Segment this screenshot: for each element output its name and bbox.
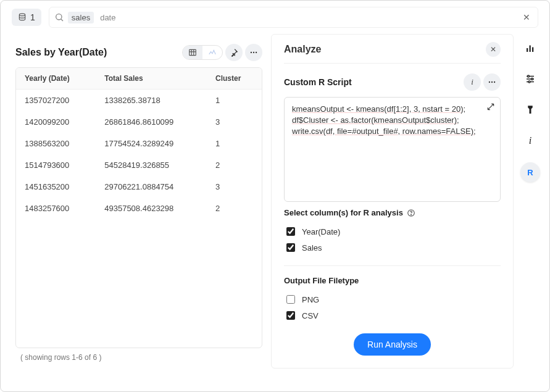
line-chart-icon (207, 48, 217, 57)
svg-rect-13 (532, 48, 533, 52)
table-footer-note: ( showing rows 1-6 of 6 ) (15, 348, 262, 367)
more-actions-button[interactable] (245, 44, 262, 61)
r-icon: R (527, 168, 533, 177)
select-columns-label: Select column(s) for R analysis (284, 208, 501, 217)
table-cell: 1451635200 (16, 176, 96, 198)
column-checkbox-label: Year(Date) (302, 227, 340, 236)
script-line: kmeansOutput <- kmeans(df[1:2], 3, nstar… (292, 104, 493, 115)
table-row[interactable]: 138856320017754524.32892491 (16, 133, 262, 154)
col-header[interactable]: Yearly (Date) (16, 68, 96, 90)
table-row[interactable]: 13570272001338265.387181 (16, 90, 262, 112)
help-icon[interactable] (407, 209, 415, 217)
table-cell: 2 (207, 198, 262, 219)
table-cell: 29706221.0884754 (96, 176, 207, 198)
table-cell: 1357027200 (16, 90, 96, 112)
table-icon (188, 48, 198, 57)
script-info-button[interactable]: i (464, 73, 481, 91)
table-cell: 54528419.326855 (96, 154, 207, 176)
table-cell: 1420099200 (16, 111, 96, 133)
close-analyze-button[interactable]: ✕ (486, 42, 501, 57)
table-cell: 26861846.8610099 (96, 111, 207, 133)
svg-point-3 (251, 52, 252, 53)
table-view-toggle[interactable] (183, 46, 202, 59)
main-area: Sales by Year(Date) (1, 34, 549, 376)
output-type-checkbox[interactable] (286, 295, 295, 304)
svg-point-5 (256, 52, 257, 53)
table-header-row: Yearly (Date) Total Sales Cluster (16, 68, 262, 90)
side-rail: i R (519, 34, 542, 369)
svg-point-6 (489, 81, 490, 83)
svg-rect-12 (530, 46, 531, 52)
script-more-button[interactable] (483, 73, 501, 91)
bar-chart-icon (525, 43, 536, 54)
table-row[interactable]: 151479360054528419.3268552 (16, 154, 262, 176)
rail-flashlight-button[interactable] (521, 101, 540, 119)
search-chip-date[interactable]: date (98, 12, 118, 23)
svg-point-4 (253, 52, 254, 53)
chart-view-toggle[interactable] (202, 46, 222, 59)
column-checkbox-row[interactable]: Year(Date) (284, 223, 501, 240)
svg-point-14 (528, 75, 530, 77)
table-cell: 1 (207, 90, 262, 112)
table-cell: 1388563200 (16, 133, 96, 154)
column-checkbox-row[interactable]: Sales (284, 240, 501, 256)
svg-point-8 (494, 81, 495, 83)
table-row[interactable]: 148325760049357508.46232982 (16, 198, 262, 219)
script-line: df$Cluster <- as.factor(kmeansOutput$clu… (292, 115, 493, 126)
rail-chart-button[interactable] (521, 39, 540, 57)
search-box[interactable]: sales date ✕ (49, 7, 538, 28)
left-panel-header: Sales by Year(Date) (15, 34, 262, 67)
pin-button[interactable] (225, 44, 243, 61)
table-row[interactable]: 145163520029706221.08847543 (16, 176, 262, 198)
database-count: 1 (30, 12, 35, 22)
svg-point-16 (528, 81, 530, 83)
run-analysis-button[interactable]: Run Analysis (354, 333, 431, 356)
output-type-checkbox[interactable] (286, 311, 295, 320)
rail-info-button[interactable]: i (521, 131, 540, 150)
search-icon (54, 12, 64, 22)
rail-filter-button[interactable] (521, 70, 540, 88)
analyze-title: Analyze (284, 44, 321, 55)
table-cell: 1483257600 (16, 198, 96, 219)
analyze-header: Analyze ✕ (284, 42, 501, 64)
database-pill[interactable]: 1 (12, 9, 41, 26)
rail-r-button[interactable]: R (520, 162, 540, 182)
expand-script-button[interactable] (486, 102, 495, 114)
table-cell: 1338265.38718 (96, 90, 207, 112)
column-checkbox[interactable] (286, 227, 295, 236)
left-panel-actions (182, 44, 262, 61)
search-chip-sales[interactable]: sales (68, 12, 94, 23)
more-icon (488, 78, 496, 86)
table-cell: 3 (207, 176, 262, 198)
output-type-label: PNG (302, 295, 319, 304)
data-table: Yearly (Date) Total Sales Cluster 135702… (16, 68, 262, 219)
data-table-card: Yearly (Date) Total Sales Cluster 135702… (15, 67, 262, 348)
database-icon (18, 13, 27, 22)
right-panel: Analyze ✕ Custom R Script i (271, 34, 542, 369)
svg-rect-11 (527, 48, 528, 52)
table-cell: 1514793600 (16, 154, 96, 176)
column-checkbox-label: Sales (302, 243, 322, 252)
left-panel: Sales by Year(Date) (15, 34, 262, 369)
table-row[interactable]: 142009920026861846.86100993 (16, 111, 262, 133)
info-icon: i (471, 77, 473, 87)
viz-toggle (182, 45, 223, 60)
column-checkbox[interactable] (286, 243, 295, 252)
col-header[interactable]: Total Sales (96, 68, 207, 90)
more-icon (249, 48, 258, 57)
top-bar: 1 sales date ✕ (1, 1, 549, 34)
page-title: Sales by Year(Date) (15, 47, 107, 58)
analyze-subhead: Custom R Script i (284, 73, 501, 91)
svg-rect-2 (190, 49, 196, 55)
r-script-input[interactable]: kmeansOutput <- kmeans(df[1:2], 3, nstar… (284, 97, 501, 202)
output-type-row[interactable]: PNG (284, 291, 501, 307)
analyze-panel: Analyze ✕ Custom R Script i (271, 34, 514, 369)
col-header[interactable]: Cluster (207, 68, 262, 90)
pin-icon (230, 48, 238, 57)
search-input[interactable] (122, 12, 517, 23)
clear-search-icon[interactable]: ✕ (520, 10, 533, 25)
info-icon: i (529, 135, 531, 146)
expand-icon (486, 102, 495, 111)
output-type-row[interactable]: CSV (284, 307, 501, 323)
svg-point-0 (19, 14, 25, 16)
